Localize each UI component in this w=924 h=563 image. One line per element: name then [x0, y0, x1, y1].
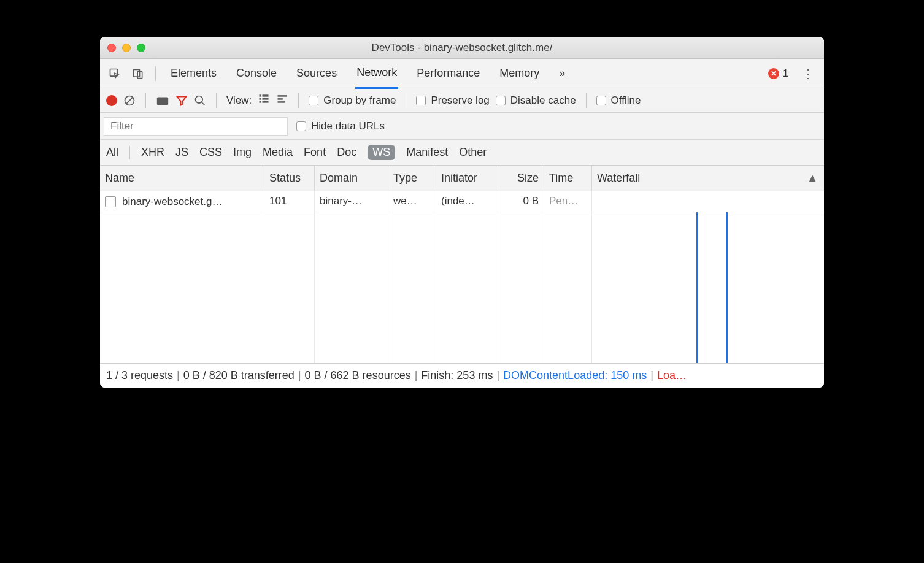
divider [586, 93, 587, 108]
inspect-element-icon[interactable] [105, 64, 125, 83]
checkbox[interactable] [416, 96, 426, 105]
table-header: Name Status Domain Type Initiator Size T… [100, 166, 824, 191]
type-all[interactable]: All [106, 146, 118, 159]
checkbox[interactable] [496, 96, 506, 105]
error-badge[interactable]: ✕ 1 [768, 67, 788, 80]
column-initiator[interactable]: Initiator [436, 166, 496, 191]
overview-icon[interactable] [276, 93, 288, 108]
filter-input[interactable] [104, 117, 288, 136]
svg-rect-14 [278, 95, 287, 97]
traffic-lights [107, 44, 145, 52]
column-size[interactable]: Size [496, 166, 544, 191]
cell-domain: binary-… [315, 191, 388, 212]
column-name[interactable]: Name [100, 166, 264, 191]
svg-rect-8 [260, 94, 261, 96]
clear-icon[interactable] [123, 94, 136, 107]
maximize-window-button[interactable] [137, 44, 145, 52]
hide-data-urls-label: Hide data URLs [311, 120, 385, 132]
status-requests: 1 / 3 requests [106, 369, 173, 382]
status-bar: 1 / 3 requests | 0 B / 820 B transferred… [100, 363, 824, 388]
column-time[interactable]: Time [544, 166, 592, 191]
type-img[interactable]: Img [233, 146, 252, 159]
divider [129, 146, 130, 159]
large-rows-icon[interactable] [258, 93, 270, 108]
grid-background [100, 212, 824, 363]
checkbox[interactable] [296, 121, 306, 131]
svg-line-4 [126, 97, 133, 104]
tab-memory[interactable]: Memory [498, 59, 541, 88]
divider [155, 66, 156, 81]
tab-console[interactable]: Console [235, 59, 278, 88]
type-ws[interactable]: WS [368, 145, 395, 160]
tab-elements[interactable]: Elements [169, 59, 218, 88]
status-finish: Finish: 253 ms [421, 369, 493, 382]
device-toggle-icon[interactable] [128, 64, 148, 83]
filter-icon[interactable] [175, 94, 188, 107]
view-label: View: [226, 94, 252, 107]
checkbox[interactable] [309, 96, 318, 105]
close-window-button[interactable] [107, 44, 116, 52]
disable-cache-label: Disable cache [510, 94, 576, 107]
divider [298, 93, 299, 108]
cell-size: 0 B [496, 191, 544, 212]
type-doc[interactable]: Doc [337, 146, 356, 159]
screenshots-icon[interactable] [156, 94, 169, 107]
svg-rect-16 [278, 101, 285, 103]
separator: | [650, 369, 653, 382]
type-manifest[interactable]: Manifest [406, 146, 448, 159]
type-css[interactable]: CSS [199, 146, 222, 159]
search-icon[interactable] [194, 94, 206, 107]
offline-label: Offline [611, 94, 641, 107]
cell-type: we… [388, 191, 436, 212]
devtools-window: DevTools - binary-websocket.glitch.me/ E… [100, 37, 824, 388]
cell-initiator[interactable]: (inde… [436, 191, 496, 212]
disable-cache-toggle[interactable]: Disable cache [496, 94, 576, 107]
column-status[interactable]: Status [264, 166, 315, 191]
cell-time: Pen… [544, 191, 592, 212]
titlebar: DevTools - binary-websocket.glitch.me/ [100, 37, 824, 59]
sort-ascending-icon: ▲ [807, 172, 818, 185]
request-type-icon [105, 196, 116, 207]
type-media[interactable]: Media [263, 146, 293, 159]
window-title: DevTools - binary-websocket.glitch.me/ [372, 42, 553, 54]
status-transferred: 0 B / 820 B transferred [183, 369, 295, 382]
column-domain[interactable]: Domain [315, 166, 388, 191]
request-name: binary-websocket.g… [122, 196, 222, 208]
error-icon: ✕ [768, 68, 779, 79]
cell-name: binary-websocket.g… [100, 191, 264, 212]
group-by-frame-label: Group by frame [323, 94, 396, 107]
status-load: Loa… [657, 369, 687, 382]
separator: | [177, 369, 180, 382]
waterfall-label: Waterfall [597, 172, 640, 184]
type-font[interactable]: Font [304, 146, 326, 159]
record-button[interactable] [106, 95, 117, 106]
tab-sources[interactable]: Sources [295, 59, 338, 88]
error-count: 1 [783, 67, 788, 80]
column-type[interactable]: Type [388, 166, 436, 191]
group-by-frame-toggle[interactable]: Group by frame [309, 94, 396, 107]
type-js[interactable]: JS [175, 146, 188, 159]
tabs-right: ✕ 1 ⋮ [768, 66, 819, 81]
svg-line-7 [202, 102, 205, 105]
type-other[interactable]: Other [459, 146, 487, 159]
waterfall-dcl-line [696, 212, 698, 363]
checkbox[interactable] [596, 96, 606, 105]
minimize-window-button[interactable] [122, 44, 131, 52]
tab-network[interactable]: Network [355, 58, 398, 89]
waterfall-load-line [726, 212, 728, 363]
divider [216, 93, 217, 108]
column-waterfall[interactable]: Waterfall ▲ [592, 166, 824, 191]
preserve-log-label: Preserve log [431, 94, 489, 107]
type-xhr[interactable]: XHR [141, 146, 164, 159]
table-row[interactable]: binary-websocket.g… 101 binary-… we… (in… [100, 191, 824, 212]
table-body: binary-websocket.g… 101 binary-… we… (in… [100, 191, 824, 363]
filter-bar: Hide data URLs [100, 113, 824, 140]
cell-waterfall [592, 191, 824, 212]
tab-overflow[interactable]: » [558, 59, 566, 88]
svg-rect-13 [263, 101, 269, 102]
tab-performance[interactable]: Performance [415, 59, 481, 88]
more-menu-icon[interactable]: ⋮ [797, 66, 819, 81]
offline-toggle[interactable]: Offline [596, 94, 641, 107]
preserve-log-toggle[interactable]: Preserve log [416, 94, 489, 107]
hide-data-urls-toggle[interactable]: Hide data URLs [296, 120, 385, 132]
